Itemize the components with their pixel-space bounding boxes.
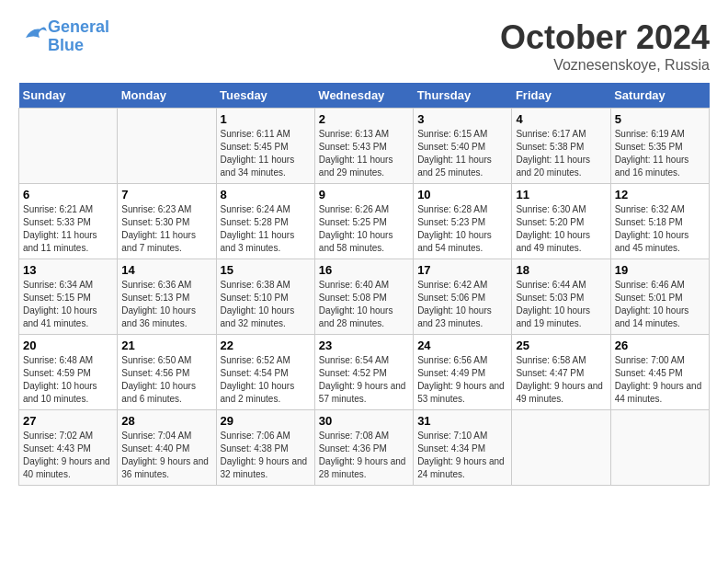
day-info: Sunrise: 7:10 AMSunset: 4:34 PMDaylight:… bbox=[417, 430, 507, 481]
day-info: Sunrise: 6:48 AMSunset: 4:59 PMDaylight:… bbox=[23, 354, 113, 406]
day-number: 22 bbox=[221, 339, 311, 352]
day-info: Sunrise: 6:15 AMSunset: 5:40 PMDaylight:… bbox=[417, 128, 507, 179]
header-thursday: Thursday bbox=[414, 83, 512, 109]
day-number: 9 bbox=[319, 188, 409, 201]
header-friday: Friday bbox=[512, 83, 610, 109]
day-info: Sunrise: 7:08 AMSunset: 4:36 PMDaylight:… bbox=[319, 430, 409, 481]
day-number: 28 bbox=[121, 414, 211, 428]
day-info: Sunrise: 6:54 AMSunset: 4:52 PMDaylight:… bbox=[319, 354, 409, 406]
calendar-cell: 27Sunrise: 7:02 AMSunset: 4:43 PMDayligh… bbox=[19, 410, 118, 486]
calendar-cell: 25Sunrise: 6:58 AMSunset: 4:47 PMDayligh… bbox=[512, 335, 610, 410]
calendar-cell: 10Sunrise: 6:28 AMSunset: 5:23 PMDayligh… bbox=[414, 184, 512, 259]
day-info: Sunrise: 6:30 AMSunset: 5:20 PMDaylight:… bbox=[516, 203, 606, 255]
day-info: Sunrise: 6:21 AMSunset: 5:33 PMDaylight:… bbox=[23, 203, 113, 255]
day-info: Sunrise: 6:11 AMSunset: 5:45 PMDaylight:… bbox=[221, 128, 311, 179]
day-number: 11 bbox=[516, 188, 606, 201]
calendar-cell: 18Sunrise: 6:44 AMSunset: 5:03 PMDayligh… bbox=[512, 259, 610, 335]
header-saturday: Saturday bbox=[610, 83, 709, 109]
logo-text: General Blue bbox=[48, 18, 109, 55]
day-number: 14 bbox=[121, 263, 211, 277]
header-monday: Monday bbox=[118, 83, 216, 109]
calendar-cell: 6Sunrise: 6:21 AMSunset: 5:33 PMDaylight… bbox=[19, 184, 118, 259]
day-info: Sunrise: 6:52 AMSunset: 4:54 PMDaylight:… bbox=[221, 354, 311, 406]
calendar-cell: 22Sunrise: 6:52 AMSunset: 4:54 PMDayligh… bbox=[216, 335, 314, 410]
day-number: 5 bbox=[615, 112, 705, 126]
calendar-cell: 31Sunrise: 7:10 AMSunset: 4:34 PMDayligh… bbox=[414, 410, 512, 486]
calendar-cell: 5Sunrise: 6:19 AMSunset: 5:35 PMDaylight… bbox=[610, 109, 709, 184]
day-info: Sunrise: 6:58 AMSunset: 4:47 PMDaylight:… bbox=[516, 354, 606, 406]
day-number: 26 bbox=[615, 339, 705, 352]
location: Voznesenskoye, Russia bbox=[500, 57, 710, 74]
calendar-cell: 14Sunrise: 6:36 AMSunset: 5:13 PMDayligh… bbox=[118, 259, 216, 335]
calendar-row-4: 27Sunrise: 7:02 AMSunset: 4:43 PMDayligh… bbox=[19, 410, 710, 486]
page-header: General Blue October 2024 Voznesenskoye,… bbox=[18, 18, 710, 74]
day-info: Sunrise: 6:28 AMSunset: 5:23 PMDaylight:… bbox=[417, 203, 507, 255]
calendar-cell: 23Sunrise: 6:54 AMSunset: 4:52 PMDayligh… bbox=[314, 335, 413, 410]
day-number: 20 bbox=[23, 339, 113, 352]
day-info: Sunrise: 7:04 AMSunset: 4:40 PMDaylight:… bbox=[121, 430, 211, 481]
calendar-cell: 29Sunrise: 7:06 AMSunset: 4:38 PMDayligh… bbox=[216, 410, 314, 486]
day-number: 12 bbox=[615, 188, 705, 201]
day-number: 10 bbox=[417, 188, 507, 201]
day-info: Sunrise: 6:36 AMSunset: 5:13 PMDaylight:… bbox=[121, 279, 211, 330]
calendar-cell: 21Sunrise: 6:50 AMSunset: 4:56 PMDayligh… bbox=[118, 335, 216, 410]
calendar-cell: 4Sunrise: 6:17 AMSunset: 5:38 PMDaylight… bbox=[512, 109, 610, 184]
logo-icon bbox=[20, 21, 48, 49]
header-sunday: Sunday bbox=[19, 83, 118, 109]
day-number: 23 bbox=[319, 339, 409, 352]
calendar-cell: 24Sunrise: 6:56 AMSunset: 4:49 PMDayligh… bbox=[414, 335, 512, 410]
calendar-cell bbox=[610, 410, 709, 486]
day-number: 6 bbox=[23, 188, 113, 201]
day-info: Sunrise: 7:00 AMSunset: 4:45 PMDaylight:… bbox=[615, 354, 705, 406]
calendar-cell: 13Sunrise: 6:34 AMSunset: 5:15 PMDayligh… bbox=[19, 259, 118, 335]
day-number: 1 bbox=[221, 112, 311, 126]
day-info: Sunrise: 6:42 AMSunset: 5:06 PMDaylight:… bbox=[417, 279, 507, 330]
calendar-row-0: 1Sunrise: 6:11 AMSunset: 5:45 PMDaylight… bbox=[19, 109, 710, 184]
calendar-cell: 7Sunrise: 6:23 AMSunset: 5:30 PMDaylight… bbox=[118, 184, 216, 259]
day-info: Sunrise: 6:40 AMSunset: 5:08 PMDaylight:… bbox=[319, 279, 409, 330]
calendar-row-1: 6Sunrise: 6:21 AMSunset: 5:33 PMDaylight… bbox=[19, 184, 710, 259]
day-number: 17 bbox=[417, 263, 507, 277]
calendar-cell: 12Sunrise: 6:32 AMSunset: 5:18 PMDayligh… bbox=[610, 184, 709, 259]
calendar-cell: 28Sunrise: 7:04 AMSunset: 4:40 PMDayligh… bbox=[118, 410, 216, 486]
day-info: Sunrise: 6:38 AMSunset: 5:10 PMDaylight:… bbox=[221, 279, 311, 330]
calendar-header-row: SundayMondayTuesdayWednesdayThursdayFrid… bbox=[19, 83, 710, 109]
day-number: 4 bbox=[516, 112, 606, 126]
calendar-cell: 9Sunrise: 6:26 AMSunset: 5:25 PMDaylight… bbox=[314, 184, 413, 259]
calendar-table: SundayMondayTuesdayWednesdayThursdayFrid… bbox=[18, 83, 710, 486]
day-number: 15 bbox=[221, 263, 311, 277]
calendar-cell: 19Sunrise: 6:46 AMSunset: 5:01 PMDayligh… bbox=[610, 259, 709, 335]
day-number: 7 bbox=[121, 188, 211, 201]
day-number: 24 bbox=[417, 339, 507, 352]
calendar-cell: 26Sunrise: 7:00 AMSunset: 4:45 PMDayligh… bbox=[610, 335, 709, 410]
day-info: Sunrise: 6:32 AMSunset: 5:18 PMDaylight:… bbox=[615, 203, 705, 255]
title-block: October 2024 Voznesenskoye, Russia bbox=[500, 18, 710, 74]
calendar-cell: 3Sunrise: 6:15 AMSunset: 5:40 PMDaylight… bbox=[414, 109, 512, 184]
calendar-cell: 8Sunrise: 6:24 AMSunset: 5:28 PMDaylight… bbox=[216, 184, 314, 259]
day-number: 29 bbox=[221, 414, 311, 428]
calendar-cell bbox=[512, 410, 610, 486]
calendar-cell: 2Sunrise: 6:13 AMSunset: 5:43 PMDaylight… bbox=[314, 109, 413, 184]
header-tuesday: Tuesday bbox=[216, 83, 314, 109]
day-info: Sunrise: 6:56 AMSunset: 4:49 PMDaylight:… bbox=[417, 354, 507, 406]
calendar-cell: 16Sunrise: 6:40 AMSunset: 5:08 PMDayligh… bbox=[314, 259, 413, 335]
calendar-cell bbox=[19, 109, 118, 184]
day-number: 27 bbox=[23, 414, 113, 428]
day-info: Sunrise: 6:24 AMSunset: 5:28 PMDaylight:… bbox=[221, 203, 311, 255]
day-info: Sunrise: 6:17 AMSunset: 5:38 PMDaylight:… bbox=[516, 128, 606, 179]
day-number: 21 bbox=[121, 339, 211, 352]
day-number: 30 bbox=[319, 414, 409, 428]
calendar-cell: 11Sunrise: 6:30 AMSunset: 5:20 PMDayligh… bbox=[512, 184, 610, 259]
day-info: Sunrise: 6:50 AMSunset: 4:56 PMDaylight:… bbox=[121, 354, 211, 406]
day-info: Sunrise: 6:46 AMSunset: 5:01 PMDaylight:… bbox=[615, 279, 705, 330]
calendar-cell: 30Sunrise: 7:08 AMSunset: 4:36 PMDayligh… bbox=[314, 410, 413, 486]
calendar-cell: 15Sunrise: 6:38 AMSunset: 5:10 PMDayligh… bbox=[216, 259, 314, 335]
day-info: Sunrise: 7:06 AMSunset: 4:38 PMDaylight:… bbox=[221, 430, 311, 481]
day-number: 2 bbox=[319, 112, 409, 126]
calendar-row-2: 13Sunrise: 6:34 AMSunset: 5:15 PMDayligh… bbox=[19, 259, 710, 335]
calendar-row-3: 20Sunrise: 6:48 AMSunset: 4:59 PMDayligh… bbox=[19, 335, 710, 410]
day-number: 31 bbox=[417, 414, 507, 428]
calendar-cell: 20Sunrise: 6:48 AMSunset: 4:59 PMDayligh… bbox=[19, 335, 118, 410]
day-info: Sunrise: 6:26 AMSunset: 5:25 PMDaylight:… bbox=[319, 203, 409, 255]
day-number: 13 bbox=[23, 263, 113, 277]
